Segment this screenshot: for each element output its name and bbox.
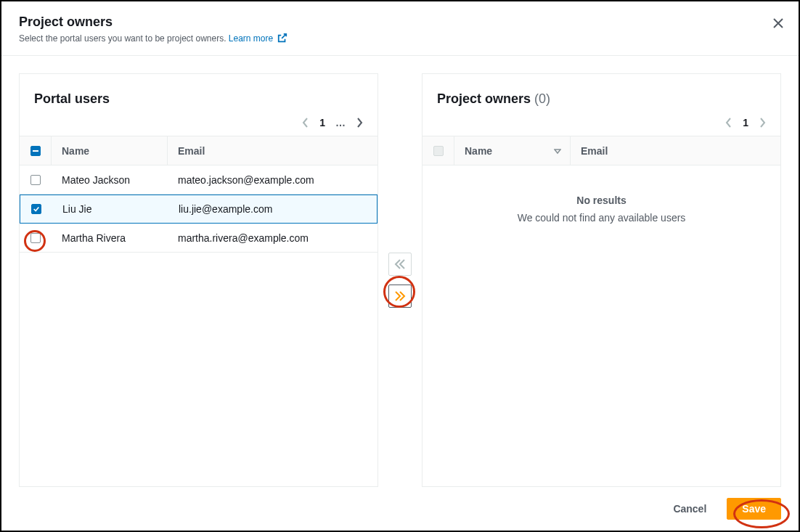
external-link-icon <box>277 33 287 45</box>
dialog-title: Project owners <box>19 15 781 30</box>
row-checkbox[interactable] <box>30 175 41 185</box>
dialog-header: Project owners Select the portal users y… <box>1 1 799 56</box>
project-owners-panel: Project owners (0) 1 Name <box>422 73 781 487</box>
table-row[interactable]: Mateo Jackson mateo.jackson@example.com <box>20 165 377 195</box>
row-name: Liu Jie <box>52 203 168 215</box>
row-checkbox-cell <box>20 204 52 214</box>
project-owners-title-text: Project owners <box>437 91 531 106</box>
table-header-row: Name Email <box>20 136 377 165</box>
select-all-checkbox <box>433 146 444 156</box>
dialog-subtitle: Select the portal users you want to be p… <box>19 33 781 45</box>
row-checkbox-cell <box>20 233 52 243</box>
header-checkbox-cell <box>423 136 454 165</box>
table-header-row: Name Email <box>423 136 780 165</box>
page-number[interactable]: 1 <box>319 117 325 128</box>
subtitle-text: Select the portal users you want to be p… <box>19 33 226 44</box>
project-owners-table: Name Email No results We could not find … <box>423 136 780 253</box>
portal-users-title: Portal users <box>34 91 110 106</box>
row-name: Martha Rivera <box>52 232 168 244</box>
table-row[interactable]: Martha Rivera martha.rivera@example.com <box>20 224 377 253</box>
sort-icon <box>554 145 561 157</box>
prev-page-button[interactable] <box>302 118 309 128</box>
project-owners-title: Project owners (0) <box>437 91 550 106</box>
transfer-controls <box>378 73 422 487</box>
empty-state: No results We could not find any availab… <box>423 165 780 253</box>
email-column-header[interactable]: Email <box>168 145 377 157</box>
empty-title: No results <box>437 195 766 206</box>
next-page-button[interactable] <box>759 118 766 128</box>
save-button[interactable]: Save <box>727 498 781 520</box>
row-name: Mateo Jackson <box>52 174 168 186</box>
row-email: martha.rivera@example.com <box>168 232 377 244</box>
transfer-panels: Portal users 1 … Name Email <box>1 56 799 487</box>
project-owners-header: Project owners (0) <box>423 74 780 112</box>
row-email: liu.jie@example.com <box>168 203 377 215</box>
portal-users-pagination: 1 … <box>20 112 377 136</box>
dialog-footer: Cancel Save <box>642 486 799 531</box>
empty-message: We could not find any available users <box>437 212 766 224</box>
name-column-header[interactable]: Name <box>52 136 168 165</box>
move-left-button[interactable] <box>388 253 412 276</box>
email-column-header[interactable]: Email <box>571 145 780 157</box>
page-number[interactable]: 1 <box>743 117 748 128</box>
learn-more-label: Learn more <box>229 33 273 44</box>
name-column-header[interactable]: Name <box>454 136 571 165</box>
portal-users-header: Portal users <box>20 74 377 112</box>
select-all-checkbox[interactable] <box>30 146 41 156</box>
learn-more-link[interactable]: Learn more <box>229 33 287 44</box>
row-checkbox[interactable] <box>31 204 41 214</box>
portal-users-table: Name Email Mateo Jackson mateo.jackson@e… <box>20 136 377 253</box>
header-checkbox-cell <box>20 136 52 165</box>
project-owners-pagination: 1 <box>423 112 780 136</box>
close-button[interactable] <box>772 17 784 31</box>
project-owners-count: (0) <box>534 91 550 106</box>
table-row[interactable]: Liu Jie liu.jie@example.com <box>20 195 377 224</box>
portal-users-panel: Portal users 1 … Name Email <box>19 73 378 487</box>
row-checkbox-cell <box>20 175 52 185</box>
move-right-button[interactable] <box>388 285 412 308</box>
prev-page-button[interactable] <box>725 118 732 128</box>
row-email: mateo.jackson@example.com <box>168 174 377 186</box>
next-page-button[interactable] <box>356 118 363 128</box>
cancel-button[interactable]: Cancel <box>660 497 719 520</box>
page-ellipsis: … <box>335 117 346 128</box>
row-checkbox[interactable] <box>30 233 41 243</box>
